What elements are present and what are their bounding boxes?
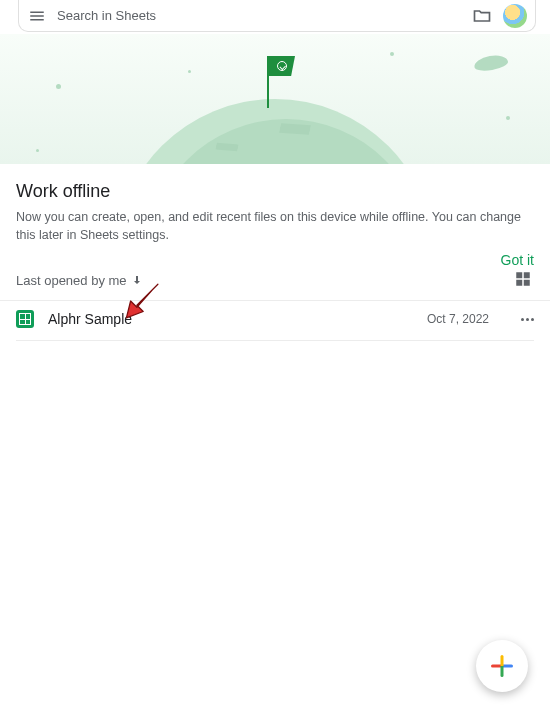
sort-label: Last opened by me — [16, 273, 127, 288]
more-options-icon[interactable] — [521, 318, 534, 321]
file-name: Alphr Sample — [48, 311, 413, 327]
folder-icon[interactable] — [471, 5, 493, 27]
info-body: Now you can create, open, and edit recen… — [16, 208, 534, 244]
search-input[interactable] — [57, 8, 461, 23]
search-bar — [18, 0, 536, 32]
flag-icon — [267, 56, 269, 108]
banner-illustration — [0, 34, 550, 164]
list-header: Last opened by me — [0, 260, 550, 301]
avatar[interactable] — [503, 4, 527, 28]
new-file-fab[interactable] — [476, 640, 528, 692]
file-date: Oct 7, 2022 — [427, 312, 489, 326]
sheets-file-icon — [16, 310, 34, 328]
grid-view-icon[interactable] — [514, 270, 534, 290]
file-row[interactable]: Alphr Sample Oct 7, 2022 — [16, 298, 534, 341]
plus-icon — [491, 655, 513, 677]
sort-button[interactable]: Last opened by me — [16, 273, 143, 288]
arrow-down-icon — [131, 274, 143, 286]
info-title: Work offline — [16, 181, 534, 202]
menu-icon[interactable] — [27, 6, 47, 26]
ufo-icon — [473, 53, 509, 73]
